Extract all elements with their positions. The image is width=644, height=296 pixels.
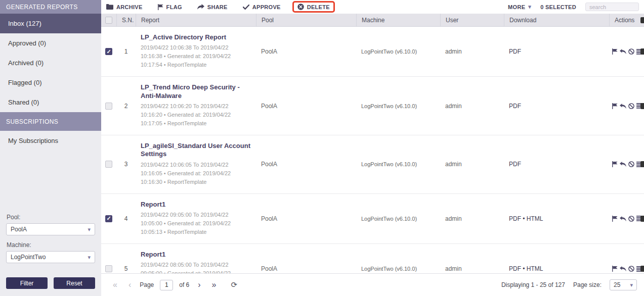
row-unshare-icon[interactable]: [620, 162, 626, 167]
row-flag-icon[interactable]: [612, 266, 618, 272]
sidebar-item-flagged[interactable]: Flagged (0): [0, 73, 101, 92]
next-page-button[interactable]: ›: [193, 281, 205, 289]
page-number-input[interactable]: [160, 280, 173, 290]
sidebar-item-inbox[interactable]: Inbox (127): [0, 14, 101, 33]
select-all-checkbox[interactable]: [105, 17, 112, 24]
approve-button[interactable]: APPROVE: [243, 4, 281, 10]
report-list: 1 LP_Active Directory Report 2019/04/22 …: [101, 27, 644, 273]
row-serial-number: 4: [116, 215, 136, 222]
download-links[interactable]: PDF • HTML: [504, 215, 609, 222]
report-title[interactable]: LP_Trend Micro Deep Security - Anti-Malw…: [141, 83, 251, 100]
machine-select[interactable]: LogPointTwo ▾: [6, 251, 95, 263]
row-flag-icon[interactable]: [612, 161, 618, 167]
sidebar-filter-panel: Pool: PoolA ▾ Machine: LogPointTwo ▾ Fil…: [0, 208, 101, 296]
column-header-machine[interactable]: Machine: [356, 14, 440, 26]
search-input[interactable]: [585, 3, 639, 11]
column-header-download[interactable]: Download: [504, 14, 609, 26]
refresh-icon[interactable]: ⟳: [231, 280, 238, 289]
more-button[interactable]: MORE ▾: [508, 4, 531, 10]
row-cancel-icon[interactable]: [628, 216, 634, 222]
sidebar: GENERATED REPORTS Inbox (127) Approved (…: [0, 0, 101, 296]
row-unshare-icon[interactable]: [620, 104, 626, 109]
table-row: 2 LP_Trend Micro Deep Security - Anti-Ma…: [101, 77, 644, 135]
share-button[interactable]: SHARE: [197, 4, 228, 10]
row-checkbox[interactable]: [105, 161, 112, 168]
row-pool: PoolA: [256, 48, 356, 55]
delete-button[interactable]: DELETE: [297, 4, 330, 10]
report-details: 2019/04/22 08:05:00 To 2019/04/22 09:05:…: [141, 261, 251, 273]
reset-button[interactable]: Reset: [54, 277, 95, 289]
share-icon: [197, 4, 204, 10]
row-unshare-icon[interactable]: [620, 266, 626, 271]
download-links[interactable]: PDF • HTML: [504, 265, 609, 272]
pool-label: Pool:: [7, 214, 95, 221]
toolbar: ARCHIVE FLAG SHARE APPROVE: [101, 0, 644, 14]
table-row: 5 Report1 2019/04/22 08:05:00 To 2019/04…: [101, 244, 644, 273]
column-header-pool[interactable]: Pool: [256, 14, 356, 26]
row-flag-icon[interactable]: [612, 103, 618, 109]
page-size-select[interactable]: 25 ▾: [610, 279, 637, 290]
clipped-edge-icon: [640, 161, 644, 167]
download-links[interactable]: PDF: [504, 48, 609, 55]
sidebar-section-subscriptions: SUBSCRIPTIONS: [0, 112, 101, 131]
pool-select[interactable]: PoolA ▾: [6, 223, 95, 235]
sidebar-item-shared[interactable]: Shared (0): [0, 92, 101, 112]
row-checkbox[interactable]: [105, 103, 112, 110]
circle-x-icon: [297, 4, 304, 10]
flag-label: FLAG: [166, 4, 182, 10]
chevron-down-icon: ▾: [88, 254, 91, 261]
column-header-user[interactable]: User: [440, 14, 504, 26]
delete-highlight-annotation: DELETE: [292, 1, 335, 13]
report-details: 2019/04/22 10:06:05 To 2019/04/22 10:16:…: [141, 161, 251, 186]
row-pool: PoolA: [256, 265, 356, 272]
column-header-sn[interactable]: S.N.: [116, 14, 136, 26]
filter-button[interactable]: Filter: [6, 277, 48, 289]
page-size-label: Page size:: [573, 281, 602, 288]
chevron-down-icon: ▾: [528, 4, 531, 10]
table-row: 4 Report1 2019/04/22 09:05:00 To 2019/04…: [101, 194, 644, 244]
row-serial-number: 1: [116, 48, 136, 55]
row-machine: LogPointTwo (v6.10.0): [356, 266, 440, 272]
row-cancel-icon[interactable]: [628, 103, 634, 109]
column-header-report[interactable]: Report: [136, 14, 256, 26]
check-icon: [243, 5, 249, 10]
report-title[interactable]: LP_Active Directory Report: [141, 33, 251, 41]
report-title[interactable]: Report1: [141, 251, 251, 259]
row-flag-icon[interactable]: [612, 216, 618, 222]
row-cancel-icon[interactable]: [628, 266, 634, 272]
table-row: 3 LP_agileSI_Standard User Account Setti…: [101, 135, 644, 194]
download-links[interactable]: PDF: [504, 103, 609, 110]
report-title[interactable]: LP_agileSI_Standard User Account Setting…: [141, 142, 251, 159]
clipped-edge-icon: [640, 103, 644, 109]
archive-button[interactable]: ARCHIVE: [106, 4, 143, 10]
sidebar-item-approved[interactable]: Approved (0): [0, 33, 101, 53]
last-page-button[interactable]: »: [207, 281, 221, 289]
folder-icon: [106, 4, 113, 10]
report-title[interactable]: Report1: [141, 201, 251, 209]
sidebar-item-my-subscriptions[interactable]: My Subscriptions: [0, 131, 101, 151]
row-checkbox[interactable]: [105, 215, 112, 222]
machine-label: Machine:: [7, 241, 95, 249]
sidebar-item-archived[interactable]: Archived (0): [0, 53, 101, 73]
row-checkbox[interactable]: [105, 48, 112, 55]
row-user: admin: [440, 161, 504, 168]
delete-label: DELETE: [307, 4, 330, 10]
row-cancel-icon[interactable]: [628, 48, 634, 55]
archive-label: ARCHIVE: [116, 4, 143, 10]
row-pool: PoolA: [256, 161, 356, 168]
row-flag-icon[interactable]: [612, 48, 618, 55]
share-label: SHARE: [207, 4, 228, 10]
row-unshare-icon[interactable]: [620, 216, 626, 221]
app-window: GENERATED REPORTS Inbox (127) Approved (…: [0, 0, 644, 296]
first-page-button[interactable]: «: [108, 281, 122, 289]
pool-select-value: PoolA: [11, 226, 27, 233]
row-machine: LogPointTwo (v6.10.0): [356, 216, 440, 222]
download-links[interactable]: PDF: [504, 161, 609, 168]
prev-page-button[interactable]: ‹: [124, 281, 136, 289]
flag-button[interactable]: FLAG: [158, 4, 182, 10]
row-unshare-icon[interactable]: [620, 49, 626, 54]
clipped-edge-icon: [640, 48, 644, 55]
displaying-info: Displaying 1 - 25 of 127: [501, 281, 565, 288]
row-cancel-icon[interactable]: [628, 161, 634, 167]
row-checkbox[interactable]: [105, 265, 112, 272]
